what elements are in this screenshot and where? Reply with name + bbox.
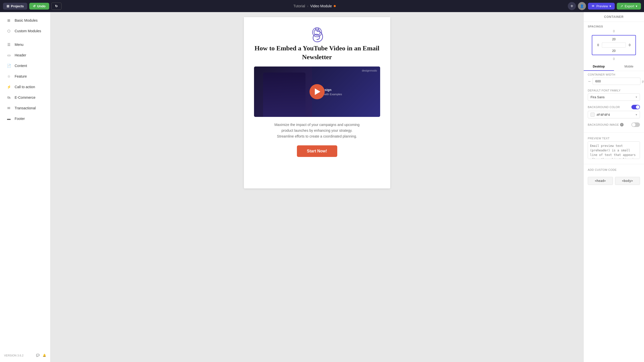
bg-color-picker-row[interactable]: #F4F4F4 ▾ <box>588 111 640 118</box>
email-logo <box>310 25 325 40</box>
tab-desktop[interactable]: Desktop <box>584 63 614 71</box>
spacing-top-input[interactable] <box>610 38 618 41</box>
container-width-input[interactable] <box>593 78 640 85</box>
bg-image-label: BACKGROUND IMAGE <box>588 123 619 126</box>
undo-button[interactable]: ↺ Undo <box>29 3 49 10</box>
sidebar: ⊞ Basic Modules ⬡ Custom Modules ☰ Menu … <box>0 12 50 362</box>
bg-color-label: BACKGROUND COLOR <box>588 106 620 109</box>
redo-button[interactable]: ↻ <box>51 3 62 10</box>
sidebar-bottom: VERSION 3.6.2 💬 🔔 <box>0 352 50 359</box>
bg-color-hex: #F4F4F4 <box>597 113 634 117</box>
sidebar-item-call-to-action[interactable]: ⚡ Call to action <box>2 82 48 92</box>
tab-mobile[interactable]: Mobile <box>614 63 644 71</box>
layout-top-icon: ▭ <box>6 52 12 58</box>
divider-2 <box>584 164 644 164</box>
email-title: How to Embed a YouTube Video in an Email… <box>254 44 380 61</box>
custom-code-label: ADD CUSTOM CODE <box>588 168 640 171</box>
email-cta-button[interactable]: Start Now! <box>297 145 337 157</box>
sidebar-item-label: Custom Modules <box>15 29 41 33</box>
custom-code-buttons: <head> <body> <box>584 175 644 187</box>
video-title-line1: ail Design <box>316 88 376 92</box>
sidebar-item-footer[interactable]: ▬ Footer <box>2 113 48 124</box>
play-triangle-icon <box>315 88 320 95</box>
right-panel: CONTAINER SPACINGS 0 <box>583 12 644 362</box>
sidebar-item-label: Feature <box>15 74 27 78</box>
email-container[interactable]: How to Embed a YouTube Video in an Email… <box>244 17 390 188</box>
font-family-value: Fira Sans <box>591 95 605 99</box>
container-width-field: CONTAINER WIDTH ↔ px <box>584 71 644 87</box>
export-icon: ↗ <box>620 4 623 8</box>
head-code-button[interactable]: <head> <box>588 177 613 185</box>
bell-icon[interactable]: 🔔 <box>43 354 46 357</box>
container-width-unit: px <box>642 80 644 83</box>
grid-icon: ⊞ <box>6 18 12 23</box>
email-video-thumbnail[interactable]: ail Design Guide with Examples designmod… <box>254 67 380 117</box>
font-family-select[interactable]: Fira Sans ▾ <box>588 93 640 101</box>
sidebar-item-feature[interactable]: ☆ Feature <box>2 71 48 82</box>
video-title-line2: Guide with Examples <box>316 93 376 96</box>
preview-text-label: PREVIEW TEXT <box>588 137 640 140</box>
preview-text-field: PREVIEW TEXT <box>584 135 644 162</box>
chevron-down-icon: ▾ <box>609 4 611 8</box>
spacing-bottom-input[interactable] <box>610 49 618 53</box>
spacings-label: SPACINGS <box>584 22 644 29</box>
font-family-label: DEFAULT FONT FAMILY <box>588 89 640 92</box>
grid-icon: ⊞ <box>7 4 9 8</box>
sidebar-item-label: Content <box>15 64 27 68</box>
puzzle-icon: ⬡ <box>6 28 12 34</box>
spacing-outer-bottom: 0 <box>613 57 615 61</box>
body-code-button[interactable]: <body> <box>615 177 640 185</box>
breadcrumb: Tutorial › Video Module <box>64 4 566 8</box>
container-width-label: CONTAINER WIDTH <box>588 73 640 76</box>
spacing-middle <box>594 42 633 49</box>
spacing-outer-top: 0 <box>613 29 615 33</box>
preview-text-textarea[interactable] <box>588 141 640 159</box>
sidebar-item-label: E-Commerce <box>15 95 35 100</box>
sidebar-item-label: Call to action <box>15 85 35 89</box>
projects-button[interactable]: ⊞ Projects <box>3 3 27 10</box>
responsive-tabs: Desktop Mobile <box>584 63 644 71</box>
sidebar-item-header[interactable]: ▭ Header <box>2 50 48 60</box>
play-button[interactable] <box>310 84 325 99</box>
sidebar-item-transactional[interactable]: ✉ Transactional <box>2 103 48 113</box>
eye-icon: 👁 <box>592 4 595 8</box>
email-body-text: Maximize the impact of your campaigns an… <box>274 122 360 139</box>
star-icon: ☆ <box>6 74 12 79</box>
avatar[interactable]: 👤 <box>578 2 586 10</box>
video-brand: designmodo <box>362 69 377 72</box>
add-button[interactable]: + <box>568 2 576 10</box>
resize-icon: ↔ <box>588 79 591 83</box>
spacing-right-input[interactable] <box>626 43 633 47</box>
spacing-diagram <box>592 35 636 55</box>
chevron-down-icon: ▾ <box>636 95 637 99</box>
email-inner: How to Embed a YouTube Video in an Email… <box>244 17 390 167</box>
menu-icon: ☰ <box>6 42 12 47</box>
container-width-input-row: ↔ px <box>588 78 640 85</box>
bg-image-field: BACKGROUND IMAGE ? <box>584 120 644 130</box>
sidebar-item-custom-modules[interactable]: ⬡ Custom Modules <box>2 26 48 36</box>
sidebar-item-basic-modules[interactable]: ⊞ Basic Modules <box>2 15 48 26</box>
breadcrumb-tutorial[interactable]: Tutorial <box>293 4 305 8</box>
bg-color-field: BACKGROUND COLOR #F4F4F4 ▾ <box>584 103 644 120</box>
sidebar-item-menu[interactable]: ☰ Menu <box>2 39 48 50</box>
mail-icon: ✉ <box>6 105 12 111</box>
topbar-right-actions: + 👤 👁 Preview ▾ ↗ Export ▾ <box>568 2 641 10</box>
bg-color-swatch <box>591 113 595 117</box>
sidebar-item-label: Transactional <box>15 106 36 110</box>
layout-bottom-icon: ▬ <box>6 116 12 121</box>
shopping-bag-icon: 🛍 <box>6 95 12 100</box>
canvas-area: How to Embed a YouTube Video in an Email… <box>50 12 583 362</box>
chevron-down-icon-color: ▾ <box>636 113 637 116</box>
right-panel-header: CONTAINER <box>584 12 644 22</box>
sidebar-item-ecommerce[interactable]: 🛍 E-Commerce <box>2 92 48 103</box>
bg-color-toggle[interactable] <box>631 105 640 109</box>
export-button[interactable]: ↗ Export ▾ <box>617 3 641 10</box>
preview-button[interactable]: 👁 Preview ▾ <box>588 3 615 10</box>
sidebar-item-label: Footer <box>15 117 25 121</box>
sidebar-item-content[interactable]: 📄 Content <box>2 60 48 71</box>
zap-icon: ⚡ <box>6 84 12 90</box>
bg-image-toggle[interactable] <box>631 122 640 127</box>
spacing-left-input[interactable] <box>594 43 602 47</box>
unsaved-indicator <box>334 5 336 7</box>
chat-icon[interactable]: 💬 <box>36 354 40 357</box>
